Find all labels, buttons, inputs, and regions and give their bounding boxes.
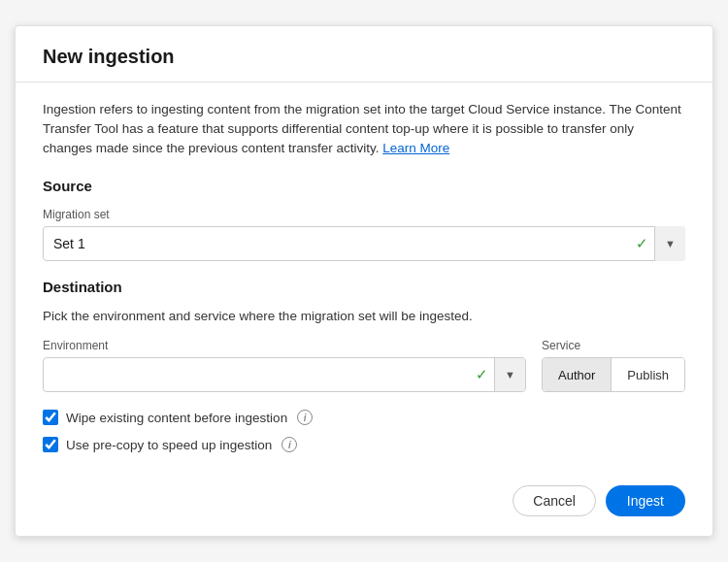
environment-check-icon: ✓ (470, 366, 494, 383)
environment-field: Environment ✓ ▼ (43, 339, 526, 392)
pre-copy-label: Use pre-copy to speed up ingestion (66, 438, 272, 452)
migration-set-input[interactable] (43, 226, 685, 261)
wipe-content-label: Wipe existing content before ingestion (66, 411, 287, 425)
checkbox-group: Wipe existing content before ingestion i… (43, 410, 685, 452)
wipe-content-info-icon[interactable]: i (297, 410, 313, 425)
service-author-button[interactable]: Author (543, 358, 611, 391)
destination-description: Pick the environment and service where t… (43, 309, 685, 323)
dialog-footer: Cancel Ingest (16, 472, 712, 536)
pre-copy-checkbox[interactable] (43, 437, 58, 452)
service-button-group: Author Publish (542, 357, 685, 392)
pre-copy-info-icon[interactable]: i (281, 437, 297, 452)
wipe-content-row: Wipe existing content before ingestion i (43, 410, 685, 425)
migration-set-label: Migration set (43, 208, 685, 221)
source-title: Source (43, 178, 685, 194)
service-label: Service (542, 339, 685, 352)
ingestion-description: Ingestion refers to ingesting content fr… (43, 100, 685, 159)
migration-set-field: Migration set ✓ ▼ (43, 208, 685, 261)
environment-label: Environment (43, 339, 526, 352)
source-section: Source Migration set ✓ ▼ (43, 178, 685, 261)
migration-set-icons: ✓ ▼ (630, 226, 685, 261)
wipe-content-checkbox[interactable] (43, 410, 58, 425)
migration-set-select-wrapper: ✓ ▼ (43, 226, 685, 261)
learn-more-link[interactable]: Learn More (382, 141, 449, 155)
check-icon: ✓ (630, 235, 654, 252)
environment-chevron[interactable]: ▼ (494, 358, 525, 391)
cancel-button[interactable]: Cancel (513, 485, 596, 516)
destination-title: Destination (43, 279, 685, 295)
ingest-button[interactable]: Ingest (606, 485, 685, 516)
migration-set-chevron[interactable]: ▼ (654, 226, 685, 261)
service-publish-button[interactable]: Publish (611, 358, 684, 391)
environment-input[interactable] (44, 367, 470, 382)
pre-copy-row: Use pre-copy to speed up ingestion i (43, 437, 685, 452)
dialog-body: Ingestion refers to ingesting content fr… (16, 83, 712, 473)
service-field: Service Author Publish (542, 339, 685, 392)
env-service-row: Environment ✓ ▼ Service Author Publish (43, 339, 685, 392)
new-ingestion-dialog: New ingestion Ingestion refers to ingest… (15, 25, 713, 538)
destination-section: Destination Pick the environment and ser… (43, 279, 685, 392)
dialog-title: New ingestion (43, 46, 685, 68)
dialog-header: New ingestion (16, 26, 712, 83)
environment-select-wrapper: ✓ ▼ (43, 357, 526, 392)
